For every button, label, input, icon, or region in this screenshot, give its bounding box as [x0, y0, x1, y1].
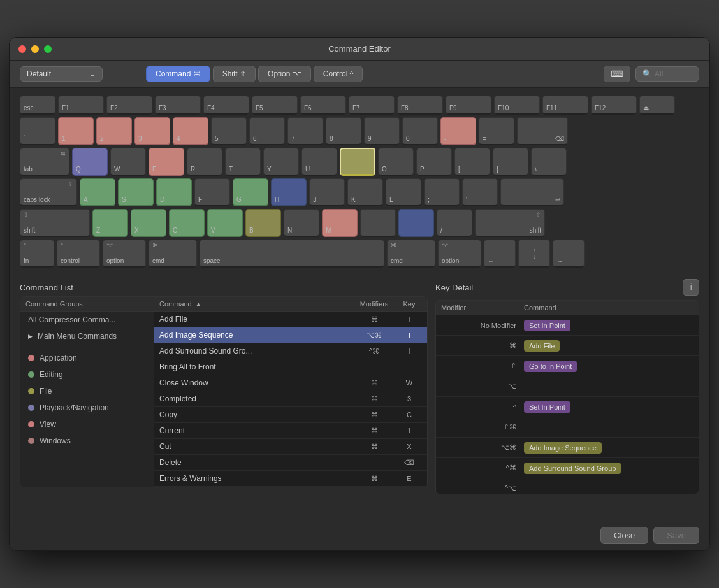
m-key[interactable]: M	[322, 209, 358, 237]
c-key[interactable]: C	[169, 209, 205, 237]
capslock-key[interactable]: ⇪caps lock	[20, 178, 77, 206]
slash-key[interactable]: /	[437, 209, 472, 237]
close-window-button[interactable]	[18, 45, 26, 53]
n-key[interactable]: N	[284, 209, 319, 237]
search-input[interactable]	[655, 69, 693, 78]
cmd-row-close-window[interactable]: Close Window ⌘ W	[154, 375, 427, 391]
backslash-key[interactable]: \	[531, 148, 567, 176]
cmd-row-current[interactable]: Current ⌘ 1	[154, 423, 427, 439]
period-key[interactable]: .	[398, 209, 434, 237]
cmd-row-add-file[interactable]: Add File ⌘ I	[154, 312, 427, 327]
w-key[interactable]: W	[110, 148, 146, 176]
shift-left-key[interactable]: ⇧shift	[20, 209, 90, 237]
9-key[interactable]: 9	[364, 117, 400, 145]
v-key[interactable]: V	[207, 209, 243, 237]
search-box[interactable]: 🔍	[635, 66, 699, 82]
minimize-window-button[interactable]	[31, 45, 39, 53]
set-in-point-badge-4[interactable]: Set In Point	[524, 401, 570, 413]
h-key[interactable]: H	[271, 178, 307, 206]
a-key[interactable]: A	[80, 178, 115, 206]
control-key[interactable]: ^control	[57, 240, 100, 268]
2-key[interactable]: 2	[96, 117, 132, 145]
add-file-badge[interactable]: Add File	[524, 340, 560, 352]
save-button[interactable]: Save	[653, 527, 699, 544]
1-key[interactable]: 1	[58, 117, 94, 145]
group-all-compressor[interactable]: All Compressor Comma...	[20, 312, 154, 328]
q-key[interactable]: Q	[72, 148, 108, 176]
backtick-key[interactable]: `	[20, 117, 55, 145]
f12-key[interactable]: F12	[591, 96, 637, 115]
right-arrow-key[interactable]: →	[553, 240, 585, 268]
cmd-row-add-surround[interactable]: Add Surround Sound Gro... ^⌘ I	[154, 343, 427, 359]
fn-key[interactable]: ^fn	[20, 240, 54, 268]
f5-key[interactable]: F5	[252, 96, 298, 115]
option-modifier-button[interactable]: Option ⌥	[258, 66, 311, 82]
backspace-key[interactable]: ⌫	[517, 117, 568, 145]
o-key[interactable]: O	[378, 148, 414, 176]
7-key[interactable]: 7	[287, 117, 323, 145]
f7-key[interactable]: F7	[349, 96, 395, 115]
lbracket-key[interactable]: [	[454, 148, 490, 176]
left-arrow-key[interactable]: ←	[484, 240, 516, 268]
f-key[interactable]: F	[194, 178, 230, 206]
5-key[interactable]: 5	[211, 117, 247, 145]
command-col-header[interactable]: Command ▲	[159, 300, 352, 308]
f9-key[interactable]: F9	[446, 96, 491, 115]
space-key[interactable]: space	[200, 240, 384, 268]
r-key[interactable]: R	[187, 148, 222, 176]
k-key[interactable]: K	[347, 178, 383, 206]
close-button[interactable]: Close	[600, 527, 648, 544]
8-key[interactable]: 8	[326, 117, 361, 145]
cmd-row-delete[interactable]: Delete ⌫	[154, 455, 427, 471]
cmd-row-copy[interactable]: Copy ⌘ C	[154, 407, 427, 423]
i-key[interactable]: I	[340, 148, 375, 176]
preset-dropdown[interactable]: Default ⌄	[20, 66, 103, 82]
groups-list[interactable]: All Compressor Comma... ▶ Main Menu Comm…	[20, 312, 154, 449]
4-key[interactable]: 4	[173, 117, 208, 145]
u-key[interactable]: U	[301, 148, 337, 176]
b-key[interactable]: B	[245, 209, 281, 237]
l-key[interactable]: L	[386, 178, 421, 206]
e-key[interactable]: E	[149, 148, 184, 176]
group-main-menu[interactable]: ▶ Main Menu Commands	[20, 328, 154, 345]
d-key[interactable]: D	[156, 178, 192, 206]
key-detail-scroll-area[interactable]: No Modifier Set In Point ⌘ Add File	[436, 315, 699, 494]
command-right-key[interactable]: ⌘cmd	[387, 240, 435, 268]
comma-key[interactable]: ,	[360, 209, 396, 237]
0-key[interactable]: 0	[402, 117, 438, 145]
group-application[interactable]: Application	[20, 350, 154, 366]
control-modifier-button[interactable]: Control ^	[314, 66, 363, 82]
quote-key[interactable]: '	[462, 178, 498, 206]
rbracket-key[interactable]: ]	[493, 148, 528, 176]
tab-key[interactable]: ↹tab	[20, 148, 69, 176]
equals-key[interactable]: =	[479, 117, 514, 145]
group-editing[interactable]: Editing	[20, 366, 154, 383]
cmd-row-completed[interactable]: Completed ⌘ 3	[154, 391, 427, 407]
6-key[interactable]: 6	[249, 117, 285, 145]
detail-info-button[interactable]: i	[683, 279, 699, 296]
up-down-arrow-key[interactable]: ↑↓	[518, 240, 550, 268]
group-view[interactable]: View	[20, 416, 154, 433]
group-playback[interactable]: Playback/Navigation	[20, 399, 154, 416]
add-surround-sound-badge[interactable]: Add Surround Sound Group	[524, 463, 621, 474]
option-right-key[interactable]: ⌥option	[438, 240, 481, 268]
f1-key[interactable]: F1	[58, 96, 104, 115]
cmd-row-bring-all[interactable]: Bring All to Front	[154, 359, 427, 375]
f8-key[interactable]: F8	[397, 96, 443, 115]
zoom-window-button[interactable]	[44, 45, 52, 53]
command-left-key[interactable]: ⌘cmd	[149, 240, 197, 268]
option-left-key[interactable]: ⌥option	[103, 240, 146, 268]
eject-key[interactable]: ⏏	[639, 96, 675, 115]
cmd-row-errors[interactable]: Errors & Warnings ⌘ E	[154, 471, 427, 487]
cmd-row-add-image-sequence[interactable]: Add Image Sequence ⌥⌘ I	[154, 327, 427, 343]
x-key[interactable]: X	[131, 209, 166, 237]
add-image-sequence-badge[interactable]: Add Image Sequence	[524, 442, 602, 454]
commands-scroll-area[interactable]: Add File ⌘ I Add Image Sequence ⌥⌘ I Add…	[154, 312, 427, 487]
esc-key[interactable]: esc	[20, 96, 55, 115]
command-modifier-button[interactable]: Command ⌘	[146, 66, 210, 82]
shift-right-key[interactable]: ⇧shift	[475, 209, 545, 237]
y-key[interactable]: Y	[263, 148, 299, 176]
f11-key[interactable]: F11	[542, 96, 588, 115]
3-key[interactable]: 3	[134, 117, 170, 145]
semicolon-key[interactable]: ;	[424, 178, 460, 206]
